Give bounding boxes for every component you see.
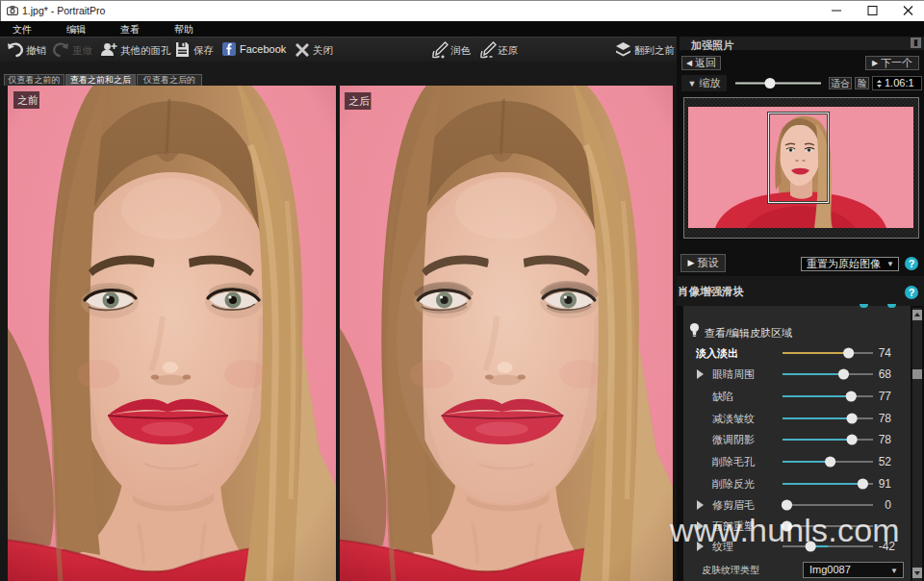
- svg-text:之后: 之后: [348, 95, 370, 107]
- svg-text:之前: 之前: [17, 94, 38, 106]
